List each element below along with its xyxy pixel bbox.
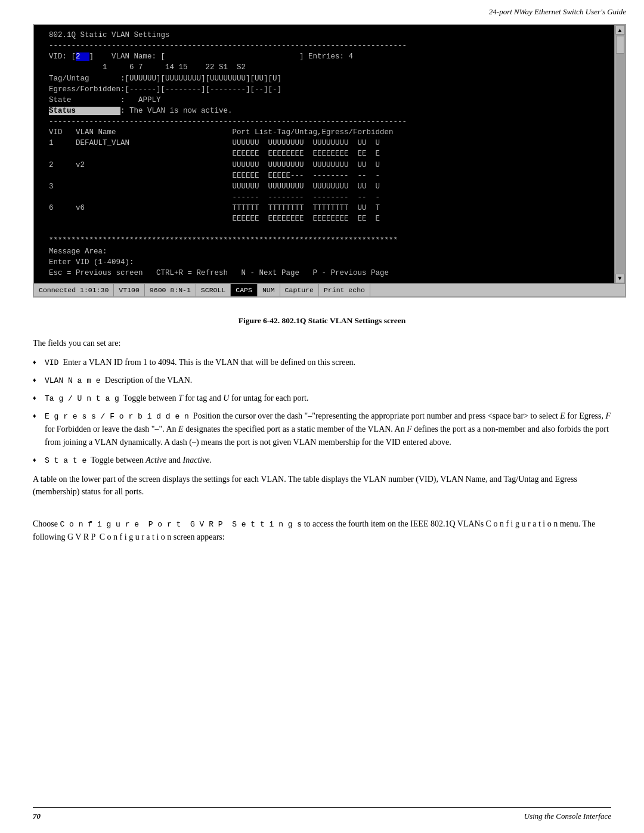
bullet-list: VID Enter a VLAN ID from 1 to 4094. This… — [33, 356, 611, 467]
page-footer: 70 Using the Console Interface — [33, 807, 611, 821]
scroll-down-button[interactable]: ▼ — [615, 274, 625, 283]
footer-page-number: 70 — [33, 812, 41, 821]
terminal-statusbar: Connected 1:01:30 VT100 9600 8:N-1 SCROL… — [34, 283, 625, 296]
footer-section: Using the Console Interface — [524, 812, 611, 821]
status-connected: Connected 1:01:30 — [34, 284, 114, 296]
terminal-window: 802.1Q Static VLAN Settings ------------… — [33, 24, 626, 298]
bullet-egress: E g r e s s / F o r b i d d e n Position… — [33, 410, 611, 449]
terminal-scrollbar[interactable]: ▲ ▼ — [614, 25, 625, 283]
bullet-vid: VID Enter a VLAN ID from 1 to 4094. This… — [33, 356, 611, 369]
scroll-up-button[interactable]: ▲ — [615, 25, 625, 35]
figure-caption: Figure 6-42. 802.1Q Static VLAN Settings… — [0, 316, 644, 326]
status-print-echo: Print echo — [319, 284, 370, 296]
header-title: 24-port NWay Ethernet Switch User's Guid… — [489, 7, 626, 16]
scroll-track — [615, 35, 625, 274]
intro-paragraph: The fields you can set are: — [33, 337, 611, 350]
scroll-thumb[interactable] — [616, 36, 624, 54]
paragraph1: A table on the lower part of the screen … — [33, 473, 611, 498]
status-speed: 9600 8:N-1 — [145, 284, 196, 296]
page-header: 24-port NWay Ethernet Switch User's Guid… — [489, 7, 626, 17]
body-text: The fields you can set are: VID Enter a … — [33, 337, 611, 550]
status-terminal: VT100 — [114, 284, 145, 296]
status-capture: Capture — [280, 284, 319, 296]
paragraph2: Choose C o n f i g u r e P o r t G V R P… — [33, 518, 611, 544]
status-caps: CAPS — [231, 284, 258, 296]
bullet-vlan-name: VLAN N a m e Description of the VLAN. — [33, 374, 611, 387]
status-scroll: SCROLL — [196, 284, 231, 296]
bullet-state: S t a t e Toggle between Active and Inac… — [33, 454, 611, 467]
terminal-content: 802.1Q Static VLAN Settings ------------… — [34, 25, 625, 283]
status-num: NUM — [258, 284, 280, 296]
bullet-tag-untag: Ta g / U n t a g Toggle between T for ta… — [33, 392, 611, 405]
